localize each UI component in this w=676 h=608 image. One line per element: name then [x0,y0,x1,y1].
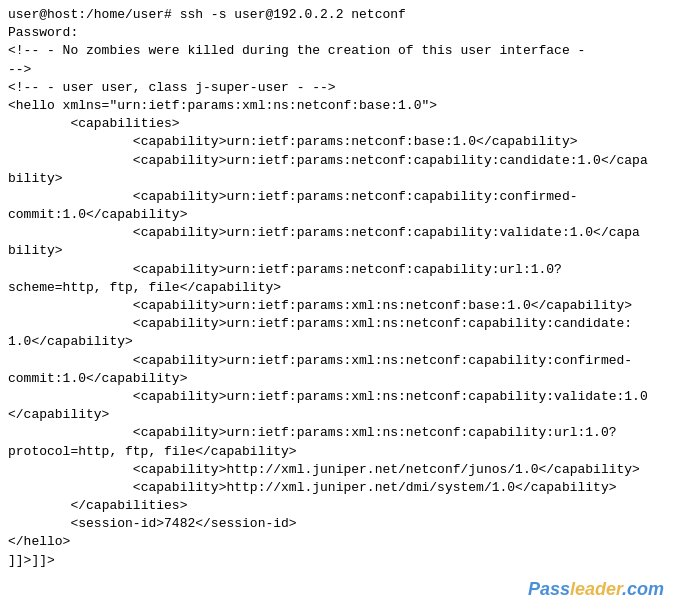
watermark-pass: Pass [528,579,570,599]
watermark-com: com [627,579,664,599]
terminal-content: user@host:/home/user# ssh -s user@192.0.… [8,6,668,570]
terminal-window: user@host:/home/user# ssh -s user@192.0.… [0,0,676,608]
watermark: Passleader.com [528,579,664,600]
watermark-leader: leader [570,579,622,599]
